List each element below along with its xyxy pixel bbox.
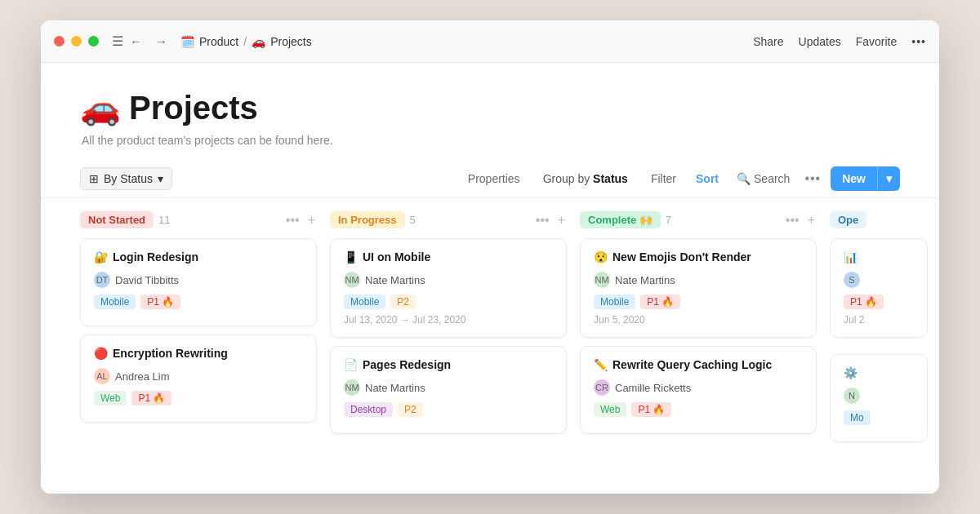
card-assignee: DT David Tibbitts bbox=[94, 272, 303, 288]
column-header-in-progress: In Progress 5 ••• + bbox=[330, 211, 567, 228]
card-rewrite-query[interactable]: ✏️ Rewrite Query Caching Logic CR Camill… bbox=[580, 346, 817, 434]
hamburger-button[interactable]: ☰ bbox=[112, 33, 123, 49]
card-title: 📄 Pages Redesign bbox=[344, 358, 553, 371]
card-title: 📊 bbox=[844, 250, 914, 264]
favorite-button[interactable]: Favorite bbox=[856, 35, 898, 48]
tag-desktop: Desktop bbox=[344, 402, 393, 417]
page-title-text: Projects bbox=[129, 90, 258, 126]
card-encryption-rewriting[interactable]: 🔴 Encryption Rewriting AL Andrea Lim Web… bbox=[80, 335, 317, 423]
maximize-button[interactable] bbox=[88, 36, 99, 47]
tag-p1: P1 🔥 bbox=[844, 295, 884, 309]
avatar: NM bbox=[344, 272, 360, 288]
card-title-text: New Emojis Don't Render bbox=[612, 250, 751, 264]
view-switcher-label: By Status bbox=[104, 172, 153, 185]
assignee-name: Andrea Lim bbox=[115, 370, 169, 383]
card-partial-1[interactable]: 📊 S P1 🔥 Jul 2 bbox=[830, 238, 928, 338]
card-pages-redesign[interactable]: 📄 Pages Redesign NM Nate Martins Desktop… bbox=[330, 346, 567, 434]
card-tags: Mo bbox=[844, 410, 914, 425]
group-by-button[interactable]: Group by Status bbox=[537, 169, 635, 188]
updates-button[interactable]: Updates bbox=[799, 35, 841, 48]
tag-p1: P1 🔥 bbox=[131, 391, 172, 405]
card-title: 🔴 Encryption Rewriting bbox=[94, 347, 303, 360]
assignee-name: Nate Martins bbox=[365, 382, 425, 394]
card-tags: Mobile P2 bbox=[344, 295, 553, 309]
card-partial-2[interactable]: ⚙️ N Mo bbox=[830, 354, 928, 442]
sort-button[interactable]: Sort bbox=[693, 169, 722, 188]
toolbar: ⊞ By Status ▾ Properties Group by Status… bbox=[41, 160, 939, 198]
assignee-name: Nate Martins bbox=[365, 274, 425, 286]
titlebar-actions: Share Updates Favorite ••• bbox=[753, 35, 926, 48]
card-title: ⚙️ bbox=[844, 366, 914, 379]
card-ui-mobile[interactable]: 📱 UI on Mobile NM Nate Martins Mobile P2… bbox=[330, 238, 567, 338]
card-date: Jul 13, 2020 → Jul 23, 2020 bbox=[344, 314, 553, 326]
column-more-button[interactable]: ••• bbox=[284, 213, 301, 228]
card-title-text: Rewrite Query Caching Logic bbox=[612, 358, 772, 371]
column-not-started: Not Started 11 ••• + 🔐 Login Redesign bbox=[80, 211, 317, 481]
column-complete: Complete 🙌 7 ••• + 😯 New Emojis Don't Re… bbox=[580, 211, 817, 481]
column-add-button[interactable]: + bbox=[306, 213, 317, 228]
cards-complete: 😯 New Emojis Don't Render NM Nate Martin… bbox=[580, 238, 817, 481]
card-date: Jun 5, 2020 bbox=[594, 314, 803, 326]
avatar: NM bbox=[594, 272, 610, 288]
new-button[interactable]: New ▾ bbox=[831, 166, 900, 191]
tag-mobile: Mobile bbox=[94, 295, 136, 309]
page-icon: 🚗 bbox=[80, 89, 121, 127]
share-button[interactable]: Share bbox=[753, 35, 783, 48]
card-title-text: Encryption Rewriting bbox=[113, 347, 228, 360]
card-tags: Web P1 🔥 bbox=[594, 402, 803, 417]
avatar: AL bbox=[94, 368, 110, 384]
card-tags: Mobile P1 🔥 bbox=[594, 295, 803, 309]
card-login-redesign[interactable]: 🔐 Login Redesign DT David Tibbitts Mobil… bbox=[80, 238, 317, 326]
avatar: NM bbox=[344, 379, 360, 396]
toolbar-more-button[interactable]: ••• bbox=[804, 171, 821, 186]
card-tags: P1 🔥 bbox=[844, 295, 914, 309]
minimize-button[interactable] bbox=[71, 36, 82, 47]
avatar: CR bbox=[594, 379, 610, 396]
forward-button[interactable]: → bbox=[152, 33, 171, 50]
card-icon: 😯 bbox=[594, 250, 608, 264]
column-count-complete: 7 bbox=[666, 214, 671, 226]
card-tags: Web P1 🔥 bbox=[94, 391, 303, 405]
tag-web: Web bbox=[94, 391, 127, 405]
back-button[interactable]: ← bbox=[127, 33, 145, 50]
card-icon: 🔴 bbox=[94, 347, 108, 360]
column-count-in-progress: 5 bbox=[410, 214, 416, 226]
card-new-emojis[interactable]: 😯 New Emojis Don't Render NM Nate Martin… bbox=[580, 238, 817, 338]
projects-label[interactable]: Projects bbox=[270, 35, 312, 48]
cards-not-started: 🔐 Login Redesign DT David Tibbitts Mobil… bbox=[80, 238, 317, 481]
column-actions-in-progress: ••• + bbox=[534, 213, 567, 228]
breadcrumb-separator: / bbox=[243, 35, 247, 48]
tag-p2: P2 bbox=[390, 295, 416, 309]
new-button-label: New bbox=[831, 166, 877, 191]
search-area[interactable]: 🔍 Search bbox=[732, 169, 795, 188]
status-badge-in-progress: In Progress bbox=[330, 211, 405, 228]
column-more-button[interactable]: ••• bbox=[534, 213, 551, 228]
view-switcher-button[interactable]: ⊞ By Status ▾ bbox=[80, 167, 172, 190]
column-add-button[interactable]: + bbox=[556, 213, 567, 228]
card-assignee: NM Nate Martins bbox=[594, 272, 803, 288]
tag-mobile: Mobile bbox=[344, 295, 385, 309]
column-more-button[interactable]: ••• bbox=[784, 213, 801, 228]
status-badge-complete: Complete 🙌 bbox=[580, 211, 661, 228]
view-switcher-icon: ⊞ bbox=[89, 172, 99, 185]
column-add-button[interactable]: + bbox=[806, 213, 817, 228]
filter-button[interactable]: Filter bbox=[644, 169, 683, 188]
more-options-button[interactable]: ••• bbox=[911, 35, 926, 48]
properties-button[interactable]: Properties bbox=[461, 169, 527, 188]
card-assignee: N bbox=[844, 388, 914, 404]
nav-buttons: ← → bbox=[127, 33, 171, 50]
page-title: 🚗 Projects bbox=[80, 89, 900, 127]
page-description: All the product team's projects can be f… bbox=[82, 134, 900, 147]
product-label[interactable]: Product bbox=[199, 35, 238, 48]
card-title: ✏️ Rewrite Query Caching Logic bbox=[594, 358, 803, 371]
card-tags: Desktop P2 bbox=[344, 402, 553, 417]
assignee-name: Camille Ricketts bbox=[615, 382, 691, 394]
close-button[interactable] bbox=[54, 36, 65, 47]
column-header-open: Ope bbox=[830, 211, 928, 228]
tag-mobile: Mo bbox=[844, 410, 871, 425]
app-window: ☰ ← → 🗓️ Product / 🚗 Projects Share Upda… bbox=[41, 20, 939, 494]
view-switcher-caret: ▾ bbox=[158, 172, 163, 185]
cards-in-progress: 📱 UI on Mobile NM Nate Martins Mobile P2… bbox=[330, 238, 567, 481]
card-title: 🔐 Login Redesign bbox=[94, 250, 303, 264]
product-icon: 🗓️ bbox=[180, 35, 194, 48]
